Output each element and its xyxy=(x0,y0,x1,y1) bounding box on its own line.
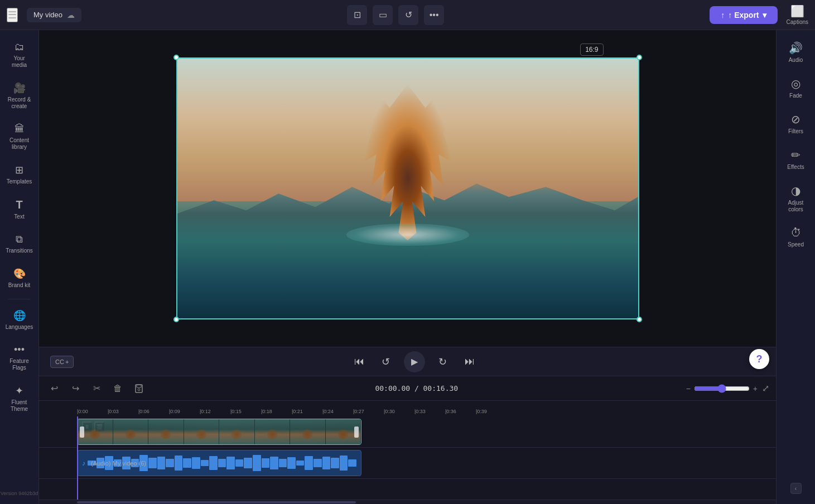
sidebar-item-label: Transitions xyxy=(6,248,33,254)
sidebar-item-your-media[interactable]: 🗂 Your media xyxy=(3,36,36,74)
clip-trim-left[interactable] xyxy=(80,427,84,438)
scrollbar-thumb[interactable] xyxy=(77,501,356,503)
zoom-in-button[interactable]: + xyxy=(753,384,758,393)
audio-bar xyxy=(348,459,356,467)
zoom-slider[interactable] xyxy=(694,384,750,393)
audio-clip[interactable]: ♪ xyxy=(77,450,361,476)
project-name-container: My video ☁ xyxy=(27,8,81,22)
sidebar-item-record-create[interactable]: 🎥 Record &create xyxy=(3,76,36,115)
filters-icon: ⊘ xyxy=(791,113,800,126)
sidebar-item-label: Your media xyxy=(6,55,33,69)
aspect-ratio-badge: 16:9 xyxy=(580,44,603,54)
sidebar-item-label: Record &create xyxy=(8,96,31,110)
timeline-scrollbar[interactable] xyxy=(39,500,776,504)
play-button[interactable]: ▶ xyxy=(404,351,425,372)
ruler-mark-36: |0:36 xyxy=(445,409,456,414)
templates-icon: ⊞ xyxy=(15,164,23,176)
video-track-row: ⏸ 🎬 xyxy=(39,416,776,448)
sidebar-item-content-library[interactable]: 🏛 Contentlibrary xyxy=(3,118,36,156)
sidebar-divider xyxy=(8,299,31,299)
languages-icon: 🌐 xyxy=(13,309,26,322)
total-time: 00:16.30 xyxy=(423,384,459,392)
aspect-ratio-value: 16:9 xyxy=(580,43,603,56)
delete-button[interactable]: 🗑 xyxy=(109,380,126,397)
sidebar-item-adjust-colors[interactable]: ◑ Adjustcolors xyxy=(779,178,813,219)
fluent-theme-icon: ✦ xyxy=(15,385,23,397)
sidebar-item-languages[interactable]: 🌐 Languages xyxy=(3,304,36,336)
sidebar-item-audio[interactable]: 🔊 Audio xyxy=(779,36,813,69)
fast-forward-button[interactable]: ↻ xyxy=(434,353,452,371)
zoom-out-button[interactable]: − xyxy=(686,384,691,393)
clip-thumb-7 xyxy=(290,419,326,444)
feature-flags-icon: ••• xyxy=(14,344,25,356)
sidebar-item-transitions[interactable]: ⧉ Transitions xyxy=(3,228,36,260)
help-button[interactable]: ? xyxy=(749,349,769,369)
clip-trim-right[interactable] xyxy=(354,427,359,438)
video-clip[interactable]: ⏸ 🎬 xyxy=(77,419,361,445)
cc-icon: CC xyxy=(55,358,64,365)
sidebar-item-effects[interactable]: ✏ Effects xyxy=(779,143,813,176)
effects-icon: ✏ xyxy=(791,148,800,162)
sidebar-item-filters[interactable]: ⊘ Filters xyxy=(779,107,813,140)
left-sidebar: 🗂 Your media 🎥 Record &create 🏛 Contentl… xyxy=(0,30,39,504)
corner-handle-tr[interactable] xyxy=(636,55,642,60)
your-media-icon: 🗂 xyxy=(15,41,25,53)
audio-bar xyxy=(209,456,218,470)
rotate-tool-button[interactable]: ↺ xyxy=(398,5,418,25)
preview-wrapper: 16:9 ⚙ xyxy=(176,57,639,319)
captions-track-button[interactable]: CC + xyxy=(50,356,74,368)
undo-button[interactable]: ↩ xyxy=(46,380,62,397)
sidebar-item-fluent-theme[interactable]: ✦ FluentTheme xyxy=(3,379,36,418)
cut-button[interactable]: ✂ xyxy=(88,380,105,397)
project-title: My video xyxy=(33,11,62,19)
sidebar-item-speed[interactable]: ⏱ Speed xyxy=(779,221,813,254)
resize-tool-button[interactable]: ▭ xyxy=(373,5,393,25)
top-center-tools: ⊡ ▭ ↺ ••• xyxy=(81,5,710,25)
sidebar-item-text[interactable]: T Text xyxy=(3,193,36,226)
time-display: 00:00.00 / 00:16.30 xyxy=(152,384,682,392)
expand-timeline-button[interactable]: ⤢ xyxy=(762,383,769,394)
audio-bar xyxy=(340,455,348,471)
ruler-mark-24: |0:24 xyxy=(322,409,334,414)
audio-track-row: ♪ xyxy=(39,448,776,479)
ruler-mark-18: |0:18 xyxy=(261,409,272,414)
sidebar-item-label: Brand kit xyxy=(8,282,30,289)
current-time: 00:00.00 xyxy=(375,384,410,392)
timeline-area: ↩ ↪ ✂ 🗑 00:00.00 / 00:16.30 xyxy=(39,376,776,504)
sidebar-item-label: FluentTheme xyxy=(11,399,28,413)
top-bar: ☰ My video ☁ ⊡ ▭ ↺ ••• ↑ ↑ Export ▾ ⬜ Ca… xyxy=(0,0,815,30)
help-icon: ? xyxy=(756,353,763,365)
crop-tool-button[interactable]: ⊡ xyxy=(347,5,367,25)
skip-to-start-button[interactable]: ⏮ xyxy=(350,353,368,371)
rewind-button[interactable]: ↺ xyxy=(377,353,395,371)
corner-handle-bl[interactable] xyxy=(173,317,179,322)
sidebar-label-fade: Fade xyxy=(789,93,802,99)
sidebar-item-templates[interactable]: ⊞ Templates xyxy=(3,158,36,191)
sidebar-item-brand-kit[interactable]: 🎨 Brand kit xyxy=(3,262,36,294)
redo-button[interactable]: ↪ xyxy=(67,380,84,397)
corner-handle-tl[interactable] xyxy=(173,55,179,60)
captions-button[interactable]: ⬜ Captions xyxy=(787,4,808,25)
audio-bar xyxy=(314,459,322,468)
save-frame-button[interactable] xyxy=(131,380,147,397)
corner-handle-br[interactable] xyxy=(636,317,642,322)
sidebar-item-fade[interactable]: ◎ Fade xyxy=(779,71,813,105)
export-button[interactable]: ↑ ↑ Export ▾ xyxy=(710,6,777,24)
collapse-panel-button[interactable]: ‹ xyxy=(790,483,802,494)
ruler-mark-9: |0:09 xyxy=(169,409,180,414)
audio-bar xyxy=(226,457,235,469)
audio-icon: 🔊 xyxy=(789,41,803,55)
sidebar-item-feature-flags[interactable]: ••• FeatureFlags xyxy=(3,338,36,377)
menu-button[interactable]: ☰ xyxy=(7,8,18,22)
skip-to-end-button[interactable]: ⏭ xyxy=(461,353,479,371)
timeline-ruler: |0:00 |0:03 |0:06 |0:09 |0:12 |0:15 |0:1… xyxy=(39,401,776,416)
video-preview xyxy=(176,57,639,319)
playhead-line xyxy=(77,416,78,500)
more-tools-button[interactable]: ••• xyxy=(424,5,444,25)
audio-bar xyxy=(218,459,226,468)
export-icon: ↑ xyxy=(721,11,725,20)
audio-bar xyxy=(331,458,339,468)
clip-thumb-6 xyxy=(255,419,291,444)
ruler-mark-0: |0:00 xyxy=(77,409,88,414)
sidebar-item-label: Languages xyxy=(6,324,33,331)
